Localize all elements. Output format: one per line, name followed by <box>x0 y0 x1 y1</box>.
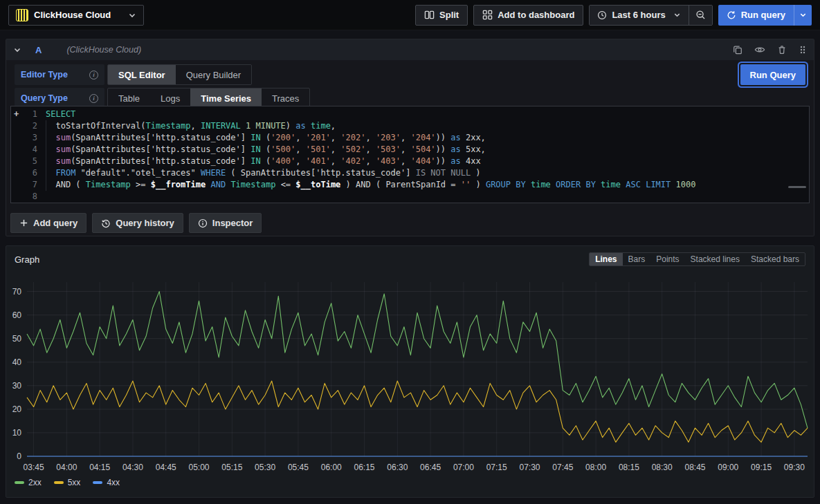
y-tick-label: 20 <box>12 404 22 414</box>
graph-title: Graph <box>15 254 39 265</box>
line-number: 4 <box>11 144 37 156</box>
x-tick-label: 07:00 <box>453 463 474 472</box>
add-to-dashboard-button[interactable]: Add to dashboard <box>473 5 583 26</box>
run-query-button[interactable]: Run query <box>718 5 794 26</box>
editor-type-option-query-builder[interactable]: Query Builder <box>176 65 251 84</box>
split-label: Split <box>439 10 459 20</box>
line-number: 3 <box>11 132 37 144</box>
info-icon[interactable]: i <box>89 94 98 103</box>
legend-item-4xx[interactable]: 4xx <box>93 478 120 487</box>
inspector-button[interactable]: Inspector <box>189 213 262 233</box>
toggle-visibility-icon[interactable] <box>754 45 765 55</box>
duplicate-query-icon[interactable] <box>733 45 742 55</box>
y-tick-label: 10 <box>12 428 22 438</box>
graph-panel-header: Graph LinesBarsPointsStacked linesStacke… <box>6 246 814 266</box>
y-tick-label: 0 <box>17 451 21 461</box>
time-range-button[interactable]: Last 6 hours <box>590 6 688 25</box>
x-tick-label: 07:30 <box>519 463 540 472</box>
x-tick-label: 06:30 <box>387 463 408 472</box>
graph-mode-group: LinesBarsPointsStacked linesStacked bars <box>589 252 805 266</box>
chevron-down-icon <box>673 11 681 19</box>
query-history-label: Query history <box>116 218 174 228</box>
query-ref-id[interactable]: A <box>35 45 42 55</box>
line-number: 2 <box>11 120 37 132</box>
add-query-button[interactable]: Add query <box>10 213 86 233</box>
query-type-option-traces[interactable]: Traces <box>262 88 309 108</box>
x-tick-label: 05:30 <box>255 463 275 472</box>
editor-hscrollbar[interactable] <box>788 186 806 188</box>
x-tick-label: 05:45 <box>288 463 309 472</box>
graph-mode-stacked-lines[interactable]: Stacked lines <box>685 253 745 265</box>
x-tick-label: 08:30 <box>652 463 673 472</box>
x-tick-label: 05:15 <box>221 463 242 472</box>
x-tick-label: 04:45 <box>156 463 176 472</box>
refresh-icon <box>727 10 736 20</box>
run-query-panel-button[interactable]: Run Query <box>740 64 805 85</box>
query-history-button[interactable]: Query history <box>92 213 183 233</box>
history-icon <box>101 218 111 228</box>
time-series-chart[interactable]: 01020304050607003:4504:0004:1504:3004:45… <box>6 274 815 487</box>
info-icon[interactable]: i <box>89 71 98 80</box>
datasource-name: ClickHouse Cloud <box>34 10 122 20</box>
editor-type-option-sql-editor[interactable]: SQL Editor <box>108 65 176 84</box>
query-datasource-hint: (ClickHouse Cloud) <box>66 45 141 55</box>
graph-mode-points[interactable]: Points <box>650 253 684 265</box>
query-actions <box>733 45 807 55</box>
delete-query-icon[interactable] <box>777 45 787 55</box>
query-footer-buttons: Add query Query history Inspector <box>10 213 262 233</box>
glyph-plus-icon[interactable]: + <box>14 109 19 120</box>
split-button[interactable]: Split <box>415 5 468 26</box>
chart-canvas[interactable]: 01020304050607003:4504:0004:1504:3004:45… <box>6 274 814 481</box>
line-number: 1+ <box>11 109 37 120</box>
x-tick-label: 08:00 <box>585 463 606 472</box>
code-line[interactable]: 8 <box>11 191 809 203</box>
legend-swatch-icon <box>54 481 64 484</box>
toolbar-actions: Split Add to dashboard Last 6 hours <box>415 5 812 26</box>
graph-mode-lines[interactable]: Lines <box>590 253 622 265</box>
code-line[interactable]: 4 sum(SpanAttributes['http.status_code']… <box>11 144 809 156</box>
graph-mode-bars[interactable]: Bars <box>623 253 651 265</box>
legend-item-5xx[interactable]: 5xx <box>54 478 81 487</box>
query-editor-panel: A (ClickHouse Cloud) Editor Type i SQL E… <box>6 39 814 236</box>
graph-mode-stacked-bars[interactable]: Stacked bars <box>745 253 805 265</box>
legend-item-2xx[interactable]: 2xx <box>15 478 42 487</box>
dashboard-grid-icon <box>482 10 493 20</box>
x-tick-label: 03:45 <box>24 463 44 472</box>
indent-guide <box>46 120 46 191</box>
split-pane-icon <box>424 10 435 20</box>
x-tick-label: 09:00 <box>718 463 738 472</box>
collapse-chevron-icon[interactable] <box>13 46 21 54</box>
run-query-dropdown[interactable] <box>794 5 812 26</box>
code-line[interactable]: 5 sum(SpanAttributes['http.status_code']… <box>11 156 809 167</box>
search-minus-icon <box>695 10 706 20</box>
query-type-option-logs[interactable]: Logs <box>150 88 190 108</box>
x-tick-label: 09:30 <box>784 463 805 472</box>
code-line[interactable]: 1+SELECT <box>11 109 809 120</box>
code-line[interactable]: 6 FROM "default"."otel_traces" WHERE ( S… <box>11 167 809 179</box>
code-line[interactable]: 7 AND ( Timestamp >= $__fromTime AND Tim… <box>11 179 809 191</box>
zoom-out-time-button[interactable] <box>689 6 712 25</box>
info-circle-icon <box>198 218 208 228</box>
code-line[interactable]: 3 sum(SpanAttributes['http.status_code']… <box>11 132 809 144</box>
query-type-label: Query Type <box>21 93 68 103</box>
query-row-header: A (ClickHouse Cloud) <box>6 39 814 60</box>
drag-handle-icon[interactable] <box>799 45 807 55</box>
line-number: 8 <box>11 191 37 203</box>
editor-type-label-chip: Editor Type i <box>15 64 104 85</box>
query-type-option-time-series[interactable]: Time Series <box>190 88 262 108</box>
x-tick-label: 07:45 <box>552 463 573 472</box>
y-tick-label: 50 <box>12 334 22 344</box>
sql-code-editor[interactable]: 1+SELECT2 toStartOfInterval(Timestamp, I… <box>10 106 810 203</box>
query-type-option-table[interactable]: Table <box>108 88 150 108</box>
legend-label: 2xx <box>28 478 42 487</box>
clock-icon <box>597 10 607 20</box>
y-tick-label: 60 <box>12 310 22 320</box>
add-to-dashboard-label: Add to dashboard <box>498 10 574 20</box>
inspector-label: Inspector <box>212 218 253 228</box>
editor-type-options: SQL EditorQuery Builder <box>107 64 252 85</box>
code-line[interactable]: 2 toStartOfInterval(Timestamp, INTERVAL … <box>11 120 809 132</box>
time-range-label: Last 6 hours <box>612 10 665 20</box>
x-tick-label: 09:15 <box>751 463 772 472</box>
x-tick-label: 07:15 <box>486 463 507 472</box>
datasource-picker[interactable]: ClickHouse Cloud <box>8 5 144 26</box>
